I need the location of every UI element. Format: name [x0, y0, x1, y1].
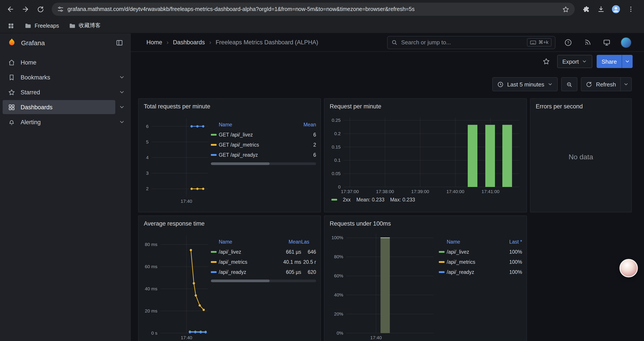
legend-header-name[interactable]: Name — [219, 119, 292, 129]
search-input[interactable] — [401, 39, 524, 46]
legend-series-name[interactable]: GET /api/_livez — [219, 129, 292, 140]
export-label: Export — [562, 58, 579, 65]
refresh-button[interactable]: Refresh — [581, 77, 621, 91]
assistant-avatar[interactable] — [620, 259, 638, 277]
legend-series-last: 20.5 r — [301, 257, 316, 267]
bookmark-star-icon[interactable] — [562, 6, 570, 13]
series-swatch[interactable] — [211, 154, 216, 156]
sidebar-item-bookmarks[interactable]: Bookmarks — [0, 70, 130, 84]
sidebar-item-home[interactable]: Home — [0, 55, 130, 69]
folder-icon — [68, 22, 76, 29]
sidebar-toggle-icon[interactable] — [116, 39, 123, 46]
legend-scrollbar[interactable] — [211, 162, 316, 165]
chrome-menu-button[interactable] — [624, 2, 638, 16]
refresh-interval-button[interactable] — [621, 77, 632, 91]
legend-series-name[interactable]: /api/_readyz — [447, 267, 501, 277]
legend-header-mean[interactable]: Mean — [292, 119, 316, 129]
export-button[interactable]: Export — [557, 55, 592, 68]
panel-title[interactable]: Total requests per minute — [143, 101, 316, 113]
panel-title[interactable]: Average response time — [143, 219, 316, 230]
panel-title[interactable]: Requests under 100ms — [329, 219, 522, 230]
profile-avatar-icon — [611, 5, 621, 14]
panel-title[interactable]: Request per minute — [329, 101, 522, 113]
legend-scrollbar-thumb[interactable] — [211, 162, 270, 165]
series-swatch[interactable] — [211, 271, 216, 273]
legend: 2xx Mean: 0.233 Max: 0.233 — [329, 195, 522, 202]
favorite-dashboard-button[interactable] — [540, 55, 552, 68]
sidebar-item-starred[interactable]: Starred — [0, 85, 130, 99]
share-button[interactable]: Share — [597, 55, 622, 68]
brand-name[interactable]: Grafana — [21, 39, 111, 46]
series-swatch[interactable] — [439, 251, 444, 253]
average-response-time-chart[interactable]: 17:400 s20 ms40 ms60 ms80 ms — [143, 230, 208, 341]
arrow-left-icon — [6, 5, 14, 13]
request-per-minute-chart[interactable]: 17:37:0017:38:0017:39:0017:40:0017:41:00… — [329, 113, 523, 195]
share-menu-button[interactable] — [622, 55, 632, 68]
bookmark-folder-blogs[interactable]: 收藏博客 — [67, 21, 102, 31]
series-swatch[interactable] — [332, 199, 337, 201]
legend-series-name[interactable]: /api/_metrics — [447, 257, 501, 267]
breadcrumb-separator: › — [209, 39, 211, 46]
bookmark-folder-freeleaps[interactable]: Freeleaps — [23, 21, 61, 31]
panel-average-response-time: Average response time 17:400 s20 ms40 ms… — [138, 215, 321, 341]
chevron-down-icon[interactable] — [119, 74, 125, 80]
star-icon — [542, 58, 550, 65]
downloads-button[interactable] — [594, 2, 608, 16]
requests-under-100ms-chart[interactable]: 17:400%20%40%60%80%100% — [329, 230, 436, 341]
sidebar-item-dashboards[interactable]: Dashboards — [0, 100, 130, 114]
legend-header-name[interactable]: Name — [447, 237, 501, 247]
time-range-picker[interactable]: Last 5 minutes — [492, 77, 558, 91]
side-panel-button[interactable] — [5, 20, 17, 31]
user-menu-button[interactable] — [620, 36, 632, 49]
chevron-down-icon[interactable] — [119, 104, 125, 110]
legend-header-last[interactable]: Last * — [501, 237, 522, 247]
series-swatch[interactable] — [211, 134, 216, 135]
legend-series-name[interactable]: /api/_livez — [447, 247, 501, 257]
search-box[interactable]: ⌘+k — [387, 36, 556, 49]
display-button[interactable] — [600, 36, 613, 49]
legend-series-name[interactable]: 2xx — [343, 197, 351, 202]
legend-series-name[interactable]: GET /api/_metrics — [219, 140, 292, 150]
legend-series-name[interactable]: /api/_readyz — [219, 267, 276, 277]
site-info-icon[interactable] — [57, 6, 64, 13]
series-swatch[interactable] — [211, 251, 216, 253]
reload-button[interactable] — [33, 2, 47, 16]
home-icon — [8, 59, 15, 66]
help-button[interactable]: ? — [562, 36, 575, 49]
total-requests-chart[interactable]: 17:4023456 — [143, 113, 208, 204]
series-swatch[interactable] — [439, 271, 444, 273]
legend-scrollbar-thumb[interactable] — [211, 279, 270, 282]
legend-scrollbar[interactable] — [211, 279, 316, 282]
bookmark-icon — [8, 74, 15, 81]
star-icon — [8, 88, 15, 96]
time-controls: Last 5 minutes Refresh — [138, 77, 632, 91]
url-bar[interactable]: grafana.mathmast.com/d/deytv4rwavabkb/fr… — [52, 3, 575, 16]
breadcrumb-dashboards[interactable]: Dashboards — [173, 39, 205, 46]
chevron-down-icon[interactable] — [119, 119, 125, 125]
legend-header-last[interactable]: Las — [301, 237, 316, 247]
legend-series-name[interactable]: GET /api/_readyz — [219, 150, 292, 160]
extensions-button[interactable] — [579, 2, 593, 16]
chevron-down-icon[interactable] — [119, 89, 125, 95]
zoom-out-button[interactable] — [561, 77, 578, 91]
url-text[interactable]: grafana.mathmast.com/d/deytv4rwavabkb/fr… — [68, 6, 558, 12]
apps-grid-icon — [8, 22, 14, 29]
legend-header-name[interactable]: Name — [219, 237, 276, 247]
svg-text:80 ms: 80 ms — [145, 242, 158, 247]
legend-series-name[interactable]: /api/_metrics — [219, 257, 276, 267]
back-button[interactable] — [4, 2, 18, 16]
series-swatch[interactable] — [211, 261, 216, 263]
legend-header-mean[interactable]: Mean — [276, 237, 301, 247]
arrow-right-icon — [22, 5, 29, 13]
grafana-logo[interactable] — [7, 38, 17, 47]
legend-series-name[interactable]: /api/_livez — [219, 247, 276, 257]
forward-button[interactable] — [18, 2, 32, 16]
sidebar-item-alerting[interactable]: Alerting — [0, 115, 130, 129]
sidebar-item-label: Starred — [20, 89, 40, 96]
series-swatch[interactable] — [439, 261, 444, 263]
breadcrumb-home[interactable]: Home — [146, 39, 162, 46]
profile-button[interactable] — [609, 2, 623, 16]
panel-title[interactable]: Errors per second — [535, 101, 627, 113]
news-button[interactable] — [581, 36, 594, 49]
series-swatch[interactable] — [211, 144, 216, 146]
